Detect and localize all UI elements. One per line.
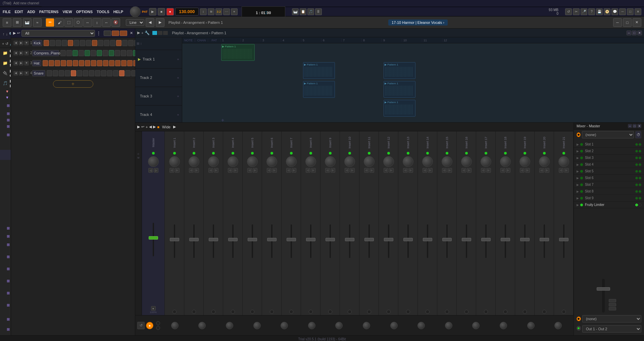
bottom-knob-11[interactable] [445, 322, 452, 329]
insert-pan-right-6[interactable]: ▷ [272, 168, 277, 173]
insert-fader-area-3[interactable] [213, 173, 214, 310]
step-4-8[interactable] [89, 70, 94, 76]
seq-ctrl-2c[interactable]: ▼ [24, 51, 29, 55]
insert-pan-knob-9[interactable] [325, 156, 336, 167]
insert-pan-right-20[interactable]: ▷ [545, 168, 549, 173]
insert-fader-handle-15[interactable] [442, 238, 452, 241]
slot-out-led-2[interactable] [635, 150, 638, 153]
step-icon[interactable]: ⋯ [223, 8, 230, 15]
step-2-10[interactable] [115, 50, 120, 56]
browser-item-broken-piano[interactable]: ⚙ Broken Piano [0, 140, 11, 150]
close-icon[interactable]: ✕ [635, 8, 641, 15]
insert-fader-handle-19[interactable] [520, 238, 530, 241]
fx-none-select[interactable]: (none) [582, 131, 634, 138]
step-3-14[interactable] [121, 60, 127, 66]
insert-mute-6[interactable] [270, 310, 274, 314]
insert-led-1[interactable] [173, 152, 176, 155]
bottom-knob-12[interactable] [472, 322, 480, 329]
insert-fader-area-11[interactable] [368, 173, 370, 310]
insert-led-20[interactable] [543, 152, 546, 155]
insert-mute-12[interactable] [387, 310, 391, 314]
insert-pan-right-16[interactable]: ▷ [467, 168, 472, 173]
insert-pan-right-21[interactable]: ▷ [564, 168, 569, 173]
seq-play-btn[interactable]: ▶ [13, 31, 16, 35]
seq-undo-btn[interactable]: ↩ [17, 31, 20, 35]
step-3-3[interactable] [55, 60, 60, 66]
step-3-1[interactable] [43, 60, 48, 66]
insert-pan-left-7[interactable]: ◁ [286, 168, 291, 173]
slot-3[interactable]: ▶ Slot 3 [574, 155, 644, 161]
slot-in-led-5[interactable] [639, 170, 641, 173]
menu-help[interactable]: HELP [113, 10, 123, 14]
browser-item-harmless[interactable]: ⊞ Harmless [0, 326, 11, 333]
mixer-prev-btn[interactable]: ◀ [149, 125, 152, 129]
refresh-icon[interactable]: ↺ [565, 8, 572, 15]
pan-tool[interactable]: ↕ [93, 18, 101, 27]
insert-fader-area-7[interactable] [291, 173, 292, 310]
insert-pan-left-16[interactable]: ◁ [461, 168, 466, 173]
insert-mute-13[interactable] [406, 310, 410, 314]
insert-pan-right-19[interactable]: ▷ [525, 168, 530, 173]
pattern-block-1-1[interactable]: ▶ Pattern 1 [221, 44, 255, 61]
insert-pan-knob-12[interactable] [383, 156, 394, 167]
nav-up[interactable]: ↑ [3, 32, 5, 36]
browser-item-fruity-granulizer[interactable]: ⊞ Fruity Granulizer [0, 288, 11, 298]
slot-out-led-3[interactable] [635, 157, 638, 159]
window-icon-4[interactable]: 🎚 [315, 8, 322, 15]
snap-icon[interactable]: ⌖ [231, 8, 238, 15]
fader-step-2[interactable] [609, 303, 616, 306]
insert-mute-8[interactable] [309, 310, 313, 314]
insert-led-19[interactable] [524, 152, 526, 155]
browser-item-recent-files[interactable]: 📁 Recent files [0, 58, 11, 68]
list-view-btn[interactable] [163, 31, 168, 35]
slot-5[interactable]: ▶ Slot 5 [574, 168, 644, 175]
browser-item-fruity-video[interactable]: ⊞ Fruity Video Player [0, 312, 11, 326]
browser-item-epiano[interactable]: ⚙ ePiano [0, 197, 11, 203]
insert-fader-area-4[interactable] [232, 173, 234, 310]
step-1-15[interactable] [128, 40, 134, 46]
piano-roll-toggle[interactable]: 🎹 [23, 18, 32, 27]
browser-item-fl-keys[interactable]: ⊞ FL Keys [0, 130, 11, 140]
fader-send-1[interactable] [156, 321, 160, 325]
master-panel-fader[interactable] [597, 287, 610, 291]
master-fader-area[interactable] [153, 173, 154, 306]
step-1-9[interactable] [92, 40, 97, 46]
browser-item-generators[interactable]: ▼ Generators [0, 94, 11, 100]
slot-2[interactable]: ▶ Slot 2 [574, 148, 644, 155]
insert-pan-left-2[interactable]: ◁ [189, 168, 194, 173]
step-1-10[interactable] [98, 40, 103, 46]
insert-fader-handle-16[interactable] [462, 238, 471, 241]
step-1-13[interactable] [116, 40, 121, 46]
slot-1[interactable]: ▶ Slot 1 [574, 141, 644, 148]
insert-pan-right-3[interactable]: ▷ [214, 168, 218, 173]
master-mute-btn[interactable]: ● [151, 306, 156, 311]
bottom-knob-7[interactable] [335, 322, 343, 329]
step-2-7[interactable] [97, 50, 102, 56]
slot-7[interactable]: ▶ Slot 7 [574, 181, 644, 188]
step-4-5[interactable] [71, 70, 76, 76]
mixer-play-btn[interactable]: ▶ [137, 125, 140, 129]
insert-pan-left-13[interactable]: ◁ [403, 168, 408, 173]
slot-led-6[interactable] [580, 177, 583, 179]
mic-icon[interactable]: 🎤 [581, 8, 587, 15]
slot-in-led-1[interactable] [639, 143, 641, 146]
insert-fader-area-21[interactable] [563, 173, 564, 310]
insert-fader-handle-11[interactable] [364, 238, 374, 241]
step-2-12[interactable] [127, 50, 132, 56]
step-4-11[interactable] [107, 70, 112, 76]
menu-edit[interactable]: EDIT [15, 10, 23, 14]
track-vol-4[interactable]: ● [177, 113, 179, 117]
insert-pan-knob-1[interactable] [169, 156, 180, 167]
bottom-knob-13[interactable] [500, 322, 507, 329]
seq-name-4[interactable]: Snare [32, 70, 45, 76]
slot-9[interactable]: ▶ Slot 9 [574, 195, 644, 202]
insert-fader-handle-10[interactable] [345, 238, 354, 241]
bottom-knob-8[interactable] [363, 322, 370, 329]
step-3-13[interactable] [115, 60, 120, 66]
master-right-btn[interactable]: ▷ [154, 168, 158, 173]
step-1-6[interactable] [74, 40, 79, 46]
browser-item-current-project[interactable]: 📁 Current project [0, 48, 11, 58]
insert-fader-handle-13[interactable] [403, 238, 413, 241]
insert-pan-left-18[interactable]: ◁ [500, 168, 505, 173]
slot-8[interactable]: ▶ Slot 8 [574, 188, 644, 195]
